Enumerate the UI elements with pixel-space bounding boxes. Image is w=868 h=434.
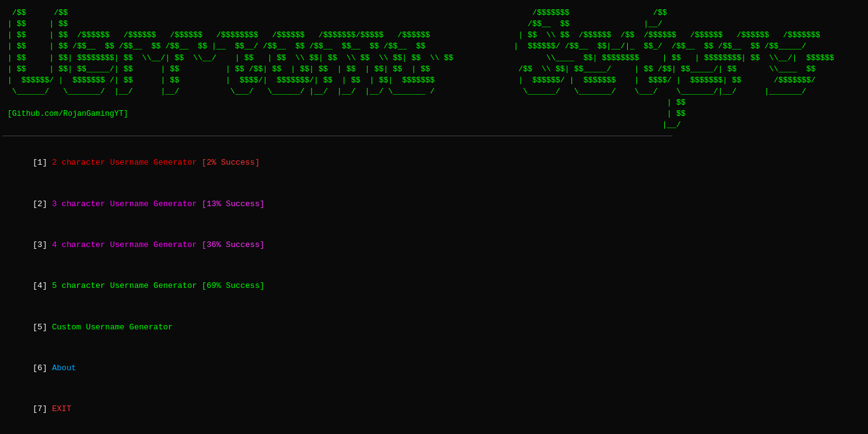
top-divider — [2, 136, 672, 136]
menu-num-3: [3] — [33, 240, 47, 250]
menu-num-6: [6] — [33, 363, 47, 373]
menu-item-5[interactable]: [5] Custom Username Generator — [2, 307, 866, 348]
menu-item-2[interactable]: [2] 3 character Username Generator [13% … — [2, 184, 866, 225]
ascii-art: /$$ /$$ /$$$$$$$ /$$ | $$ | $$ — [2, 5, 866, 133]
terminal-window: /$$ /$$ /$$$$$$$ /$$ | $$ | $$ — [0, 0, 868, 434]
menu-item-6[interactable]: [6] About — [2, 348, 866, 389]
menu-item-3[interactable]: [3] 4 character Username Generator [36% … — [2, 225, 866, 266]
menu-num-5: [5] — [33, 323, 47, 332]
menu-num-4: [4] — [33, 281, 47, 290]
menu-num-2: [2] — [33, 199, 47, 209]
menu-num-7: [7] — [33, 404, 47, 414]
menu-item-7[interactable]: [7] EXIT — [2, 389, 866, 430]
menu-section: [1] 2 character Username Generator [2% S… — [2, 139, 866, 432]
menu-num-1: [1] — [33, 158, 47, 167]
menu-item-4[interactable]: [4] 5 character Username Generator [69% … — [2, 266, 866, 306]
menu-item-1[interactable]: [1] 2 character Username Generator [2% S… — [2, 142, 866, 183]
ascii-art-content: /$$ /$$ /$$$$$$$ /$$ | $$ | $$ — [7, 9, 839, 129]
